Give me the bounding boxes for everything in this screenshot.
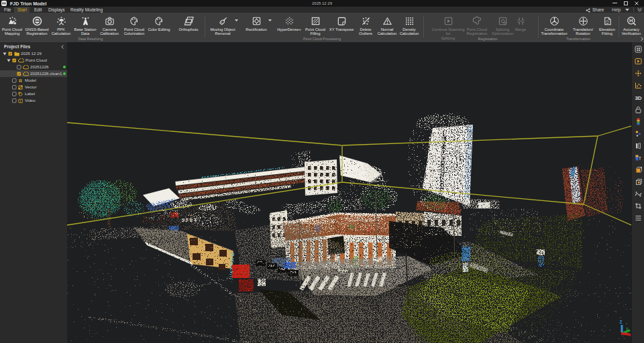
svg-text:T: T xyxy=(639,156,642,161)
svg-text:X: X xyxy=(629,333,631,337)
svg-text:Y: Y xyxy=(626,327,629,331)
svg-text:Z: Z xyxy=(620,320,623,324)
svg-text:3D: 3D xyxy=(635,95,641,101)
